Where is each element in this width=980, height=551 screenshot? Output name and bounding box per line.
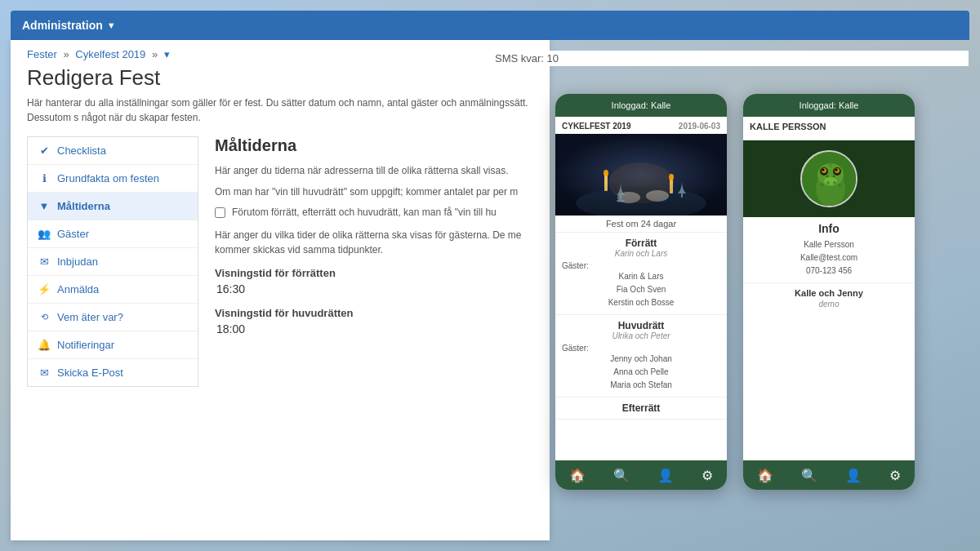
breadcrumb: Fester » Cykelfest 2019 » ▾ [11,40,550,64]
phone-left-body: CYKELFEST 2019 2019-06-03 [555,117,727,447]
breadcrumb-sep2: » [152,48,158,60]
huvudratt-time-value: 18:00 [215,322,533,335]
phone-right: Inloggad: Kalle KALLE PERSSON [743,94,915,490]
bolt-icon: ⚡ [38,283,51,295]
svg-point-3 [604,170,608,176]
breadcrumb-cykelfest[interactable]: Cykelfest 2019 [75,48,145,60]
phone-left-search-icon[interactable]: 🔍 [613,468,630,483]
sidebar-label-checklista: Checklista [57,144,106,157]
breadcrumb-arrow[interactable]: ▾ [164,48,170,60]
sidebar-item-gaster[interactable]: 👥 Gäster [28,220,198,248]
sidebar-item-vem[interactable]: ⟲ Vem äter var? [28,304,198,331]
phone-left-bottom-nav: 🏠 🔍 👤 ⚙ [555,460,727,490]
sidebar-label-maltiderna: Måltiderna [57,200,110,212]
hero-overlay [555,183,727,216]
phone-left-settings-icon[interactable]: ⚙ [702,468,713,483]
meal-huvudratt: Huvudrätt Ulrika och Peter Gäster: Jenny… [555,315,727,398]
sidebar-label-inbjudan: Inbjudan [57,256,98,268]
forratt-time-value: 16:30 [215,282,533,295]
section-content: Måltiderna Här anger du tiderna när adre… [198,136,550,539]
svg-point-24 [821,183,824,186]
forratt-guests: Karin & Lars Fia Och Sven Kerstin och Bo… [562,270,720,309]
bell-icon: 🔔 [38,339,51,351]
check-icon: ✔ [38,144,51,157]
phone-right-header: Inloggad: Kalle [743,94,915,117]
sidebar-item-anmalda[interactable]: ⚡ Anmälda [28,276,198,304]
avatar-container [743,140,915,217]
sidebar-label-grundfakta: Grundfakta om festen [57,172,159,184]
admin-bar-arrow: ▼ [107,20,116,30]
svg-point-26 [833,181,836,184]
phone-left-header: Inloggad: Kalle [555,94,727,117]
svg-point-25 [826,181,830,184]
info-card: Info Kalle Persson Kalle@test.com 070-12… [743,217,915,283]
svg-point-20 [835,169,838,171]
svg-point-27 [838,184,841,187]
content-row: ✔ Checklista ℹ Grundfakta om festen ▼ Må… [11,136,550,539]
phone-right-search-icon[interactable]: 🔍 [801,468,817,483]
info-line-name: Kalle Persson [750,238,908,251]
phone-left: Inloggad: Kalle CYKELFEST 2019 2019-06-0… [555,94,727,490]
sidebar-nav: ✔ Checklista ℹ Grundfakta om festen ▼ Må… [27,136,198,387]
couple-sub: demo [750,300,908,309]
info-icon: ℹ [38,172,51,184]
section-title: Måltiderna [215,136,533,155]
sidebar-label-notifieringar: Notifieringar [57,339,114,351]
email-icon: ✉ [38,367,51,379]
sidebar-label-anmalda: Anmälda [57,283,99,295]
checkbox-vin[interactable] [215,207,225,218]
info-line-phone: 070-123 456 [750,264,908,278]
sidebar-label-skicka: Skicka E-Post [57,367,123,379]
couple-title: Kalle och Jenny [750,288,908,298]
info-line-email: Kalle@test.com [750,251,908,264]
sidebar-item-maltiderna[interactable]: ▼ Måltiderna [28,193,198,220]
admin-bar-label: Administration [22,19,103,32]
sidebar-item-inbjudan[interactable]: ✉ Inbjudan [28,248,198,276]
profile-section: KALLE PERSSON [743,117,915,140]
checkbox-label: Förutom förrätt, efterrätt och huvudrätt… [232,206,497,220]
sidebar-label-gaster: Gäster [57,228,89,240]
phone-countdown: Fest om 24 dagar [555,216,727,233]
main-content-area: Fester » Cykelfest 2019 » ▾ Redigera Fes… [11,40,550,540]
admin-bar: Administration ▼ [11,11,969,40]
section-desc2: Om man har "vin till huvudrätt" som uppg… [215,184,533,199]
couple-card: Kalle och Jenny demo [743,283,915,313]
phone-right-settings-icon[interactable]: ⚙ [889,468,901,483]
info-title: Info [750,222,908,235]
shuffle-icon: ⟲ [38,312,51,322]
avatar [800,150,858,207]
sidebar-item-notifieringar[interactable]: 🔔 Notifieringar [28,331,198,359]
checkbox-row: Förutom förrätt, efterrätt och huvudrätt… [215,206,533,220]
sidebar-item-skicka[interactable]: ✉ Skicka E-Post [28,359,198,386]
huvudratt-guests: Jenny och Johan Anna och Pelle Maria och… [562,353,720,392]
breadcrumb-fester[interactable]: Fester [27,48,57,60]
send-icon: ✉ [38,256,51,268]
sms-indicator: SMS kvar: 10 [490,51,969,66]
phone-right-bottom-nav: 🏠 🔍 👤 ⚙ [743,460,915,490]
sidebar-label-vem: Vem äter var? [57,311,123,323]
meal-efterratt: Efterrätt [555,398,727,420]
filter-icon: ▼ [38,200,51,212]
forratt-time-label: Visningstid för förrätten [215,267,533,279]
phone-left-user-icon[interactable]: 👤 [657,468,674,483]
profile-name: KALLE PERSSON [750,122,908,135]
phone-right-user-icon[interactable]: 👤 [845,468,862,483]
sidebar-item-grundfakta[interactable]: ℹ Grundfakta om festen [28,165,198,193]
phone-right-body: KALLE PERSSON [743,117,915,447]
svg-point-21 [826,176,829,178]
section-desc3: Här anger du vilka tider de olika rätter… [215,228,533,257]
svg-point-22 [833,176,835,178]
meal-forratt: Förrätt Karin och Lars Gäster: Karin & L… [555,233,727,315]
phone-left-home-icon[interactable]: 🏠 [569,468,586,483]
people-icon: 👥 [38,228,51,240]
phone-hero-image [555,134,727,216]
page-title: Redigera Fest [11,64,550,96]
sidebar-item-checklista[interactable]: ✔ Checklista [28,137,198,165]
huvudratt-time-label: Visningstid för huvudrätten [215,307,533,319]
section-desc1: Här anger du tiderna när adresserna till… [215,163,533,178]
svg-point-19 [822,169,825,171]
page-description: Här hanterar du alla inställningar som g… [11,96,550,136]
phone-right-home-icon[interactable]: 🏠 [757,468,773,483]
phone-event-title: CYKELFEST 2019 2019-06-03 [555,117,727,134]
breadcrumb-sep1: » [63,48,69,60]
